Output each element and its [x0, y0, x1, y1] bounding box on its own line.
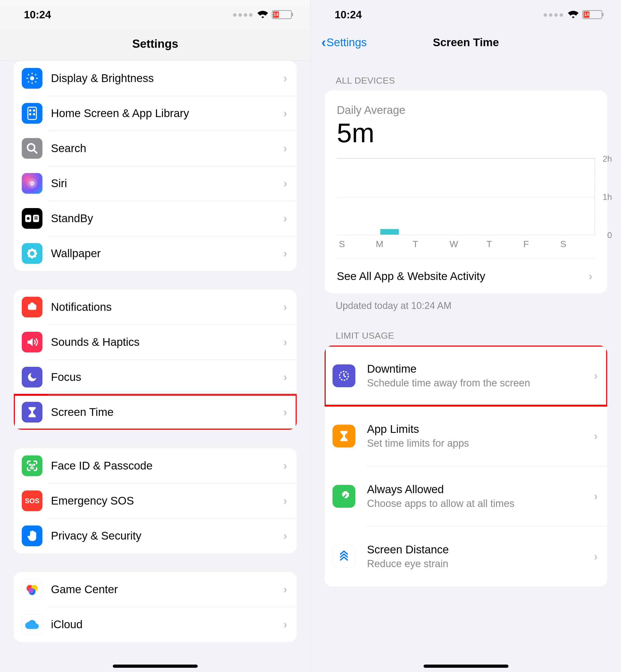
speaker-icon [22, 332, 42, 352]
row-siri[interactable]: Siri› [14, 166, 297, 201]
moon-icon [22, 367, 42, 387]
row-label: Notifications [51, 301, 283, 313]
xtick: F [521, 239, 558, 249]
wifi-icon [257, 9, 268, 21]
chevron-right-icon: › [589, 270, 592, 283]
row-allowed[interactable]: Always AllowedChoose apps to allow at al… [325, 466, 607, 526]
chevron-right-icon: › [283, 107, 287, 120]
row-privacy[interactable]: Privacy & Security› [14, 518, 297, 553]
chevron-right-icon: › [283, 459, 287, 472]
section-all-devices: ALL DEVICES [336, 75, 596, 86]
row-icloud[interactable]: iCloud› [14, 607, 297, 642]
xtick: S [558, 239, 595, 249]
status-bar: 10:24 ●●●● 14 [0, 0, 310, 29]
hourglass-icon [22, 402, 42, 423]
daily-average-label: Daily Average [337, 104, 595, 117]
svg-line-15 [34, 150, 37, 153]
cloud-icon [22, 614, 42, 635]
settings-screen: 10:24 ●●●● 14 Settings Display & Brightn… [0, 0, 310, 672]
row-subtitle: Reduce eye strain [367, 558, 594, 570]
row-notifications[interactable]: Notifications› [14, 290, 297, 325]
row-wallpaper[interactable]: Wallpaper› [14, 236, 297, 271]
row-label: Focus [51, 371, 283, 383]
distance-icon [333, 545, 355, 568]
page-title: Screen Time [311, 36, 621, 49]
svg-line-8 [35, 74, 36, 75]
svg-point-11 [33, 110, 35, 111]
xtick: T [484, 239, 521, 249]
svg-point-20 [27, 217, 30, 220]
row-faceid[interactable]: Face ID & Passcode› [14, 448, 297, 483]
row-screentime[interactable]: Screen Time› [14, 395, 297, 430]
svg-point-30 [33, 249, 36, 253]
sos-icon: SOS [22, 491, 42, 511]
screen-time-screen: 10:24 ●●●● 14 ‹ Settings Screen Time ALL… [310, 0, 621, 672]
chevron-right-icon: › [594, 490, 598, 503]
section-limit-usage: LIMIT USAGE [336, 330, 596, 341]
row-display[interactable]: Display & Brightness› [14, 61, 297, 96]
row-sounds[interactable]: Sounds & Haptics› [14, 325, 297, 360]
bar [380, 229, 399, 235]
usage-card: Daily Average 5m 2h 1h 0 SMTWTFS See All… [325, 90, 607, 293]
see-all-label: See All App & Website Activity [337, 270, 589, 283]
home-indicator[interactable] [423, 665, 508, 668]
home-indicator[interactable] [113, 665, 198, 668]
row-subtitle: Set time limits for apps [367, 438, 594, 449]
chevron-right-icon: › [283, 530, 287, 542]
row-label: Search [51, 142, 283, 155]
row-subtitle: Schedule time away from the screen [367, 377, 594, 389]
row-label: Face ID & Passcode [51, 459, 283, 472]
row-gamecenter[interactable]: Game Center› [14, 572, 297, 607]
xtick: S [337, 239, 374, 249]
svg-point-10 [30, 110, 31, 111]
updated-label: Updated today at 10:24 AM [336, 300, 596, 311]
check-icon [333, 485, 355, 508]
chevron-right-icon: › [283, 301, 287, 313]
row-label: Screen Time [51, 406, 283, 419]
chevron-right-icon: › [283, 212, 287, 225]
svg-point-31 [31, 252, 34, 255]
chevron-right-icon: › [283, 336, 287, 348]
usage-chart: 2h 1h 0 [337, 158, 595, 235]
page-title: Settings [0, 29, 310, 60]
settings-group: Face ID & Passcode›SOSEmergency SOS›Priv… [14, 448, 297, 553]
status-time: 10:24 [335, 9, 362, 21]
chevron-right-icon: › [594, 430, 598, 443]
row-focus[interactable]: Focus› [14, 360, 297, 395]
svg-point-12 [30, 114, 31, 115]
siri-icon [22, 173, 42, 194]
flower-icon [22, 243, 42, 264]
see-all-activity-row[interactable]: See All App & Website Activity › [337, 259, 595, 293]
row-label: Privacy & Security [51, 530, 283, 542]
row-label: Wallpaper [51, 247, 283, 260]
row-title: App Limits [367, 423, 594, 435]
row-sos[interactable]: SOSEmergency SOS› [14, 483, 297, 518]
row-label: Sounds & Haptics [51, 336, 283, 348]
svg-point-34 [34, 464, 35, 465]
chevron-right-icon: › [283, 495, 287, 507]
row-label: Home Screen & App Library [51, 107, 283, 120]
row-home[interactable]: Home Screen & App Library› [14, 96, 297, 131]
svg-point-28 [33, 255, 36, 258]
row-label: Display & Brightness [51, 72, 283, 85]
grid-icon [22, 103, 42, 124]
ytick: 2h [603, 154, 612, 164]
sun-icon [22, 68, 42, 89]
svg-point-29 [28, 255, 31, 258]
row-search[interactable]: Search› [14, 131, 297, 166]
x-axis-labels: SMTWTFS [337, 239, 595, 259]
cellular-icon: ●●●● [233, 10, 254, 19]
row-applimits[interactable]: App LimitsSet time limits for apps› [325, 406, 607, 466]
row-label: Siri [51, 177, 283, 190]
row-title: Always Allowed [367, 483, 594, 496]
svg-point-0 [30, 76, 34, 80]
xtick: T [411, 239, 448, 249]
row-distance[interactable]: Screen DistanceReduce eye strain› [325, 526, 607, 587]
row-standby[interactable]: StandBy› [14, 201, 297, 236]
chevron-right-icon: › [283, 177, 287, 190]
svg-rect-22 [35, 218, 38, 219]
chevron-right-icon: › [594, 370, 598, 382]
chevron-right-icon: › [283, 371, 287, 383]
row-downtime[interactable]: DowntimeSchedule time away from the scre… [325, 345, 607, 406]
cellular-icon: ●●●● [543, 10, 564, 19]
